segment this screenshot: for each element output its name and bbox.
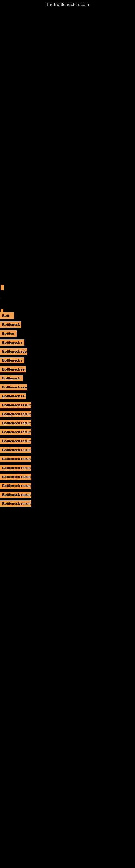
list-item: Bottlen: [0, 330, 135, 338]
bottleneck-items-list: BottBottleneckBottlenBottleneck rBottlen…: [0, 312, 135, 509]
list-item: Bottleneck result: [0, 455, 135, 464]
site-title: TheBottlenecker.com: [0, 0, 135, 7]
list-item: Bottleneck result: [0, 410, 135, 419]
bottleneck-result-label: Bottleneck result: [0, 420, 31, 426]
list-item: Bott: [0, 312, 135, 320]
bottleneck-result-label: Bottleneck: [0, 375, 23, 381]
bottleneck-result-label: Bottlen: [0, 330, 17, 337]
bottleneck-result-label: Bottleneck result: [0, 465, 31, 471]
list-item: Bottleneck result: [0, 420, 135, 428]
bottleneck-result-label: Bottleneck result: [0, 492, 31, 498]
bottleneck-result-label: Bottleneck result: [0, 447, 31, 453]
list-item: Bottleneck resu: [0, 348, 135, 356]
list-item: Bottleneck: [0, 375, 135, 383]
list-item: Bottleneck result: [0, 500, 135, 508]
list-item: Bottleneck result: [0, 491, 135, 499]
bottleneck-result-label: Bottleneck resu: [0, 384, 27, 390]
bottleneck-result-label: Bottleneck result: [0, 483, 31, 489]
bottleneck-result-label: Bottleneck r: [0, 339, 24, 346]
bottleneck-result-label: Bottleneck result: [0, 456, 31, 462]
bottleneck-result-label: Bottleneck result: [0, 438, 31, 444]
list-item: Bottleneck result: [0, 464, 135, 472]
list-item: Bottleneck result: [0, 401, 135, 410]
list-item: Bottleneck result: [0, 482, 135, 490]
bottleneck-result-label: Bottleneck: [0, 321, 21, 328]
list-item: Bottleneck: [0, 321, 135, 329]
bottleneck-result-label: Bottleneck resu: [0, 348, 27, 354]
bottleneck-result-label: Bott: [0, 312, 14, 319]
list-item: Bottleneck result: [0, 473, 135, 482]
bottleneck-result-label: Bottleneck re: [0, 366, 26, 372]
orange-indicator-1: [1, 285, 4, 290]
list-item: Bottleneck resu: [0, 383, 135, 392]
bottleneck-result-label: Bottleneck result: [0, 500, 31, 507]
list-item: Bottleneck result: [0, 446, 135, 455]
list-item: Bottleneck re: [0, 366, 135, 374]
bottleneck-result-label: Bottleneck result: [0, 411, 31, 417]
list-item: Bottleneck r: [0, 339, 135, 347]
bottleneck-result-label: Bottleneck re: [0, 393, 26, 399]
bottleneck-result-label: Bottleneck r: [0, 357, 24, 364]
gray-bar: [1, 299, 1, 304]
bottleneck-result-label: Bottleneck result: [0, 429, 31, 435]
bottleneck-result-label: Bottleneck result: [0, 474, 31, 480]
bottleneck-result-label: Bottleneck result: [0, 402, 31, 408]
list-item: Bottleneck r: [0, 357, 135, 365]
list-item: Bottleneck re: [0, 393, 135, 401]
list-item: Bottleneck result: [0, 428, 135, 437]
list-item: Bottleneck result: [0, 437, 135, 446]
